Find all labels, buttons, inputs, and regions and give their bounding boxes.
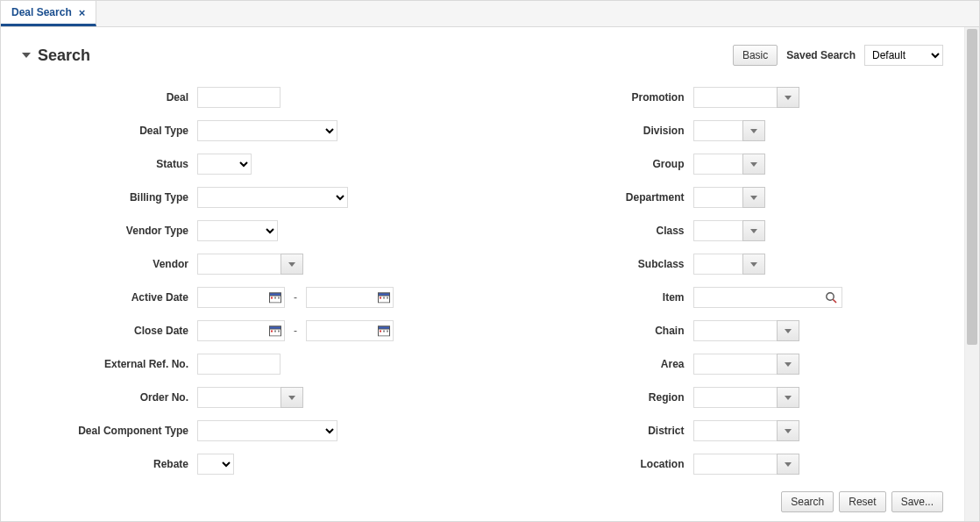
location-input[interactable] [693,454,777,475]
label-item: Item [509,291,693,304]
row-group: Group [509,154,944,175]
label-rebate: Rebate [22,458,197,470]
deal-component-type-select[interactable] [197,420,337,441]
active-date-from-wrap [197,287,285,308]
chevron-down-icon [750,262,757,267]
search-button[interactable]: Search [781,491,834,512]
svg-point-20 [826,293,833,300]
chain-input[interactable] [693,320,777,341]
svg-rect-13 [274,331,276,333]
row-order-no: Order No. [22,387,457,408]
item-input[interactable] [693,287,842,308]
division-combo [693,120,765,141]
order-no-lov-button[interactable] [281,387,303,408]
vendor-input[interactable] [197,254,281,275]
app-window: Deal Search × Search Basic Saved Search … [0,0,980,522]
subclass-lov-button[interactable] [742,254,765,275]
vendor-lov-button[interactable] [281,254,303,275]
district-input[interactable] [693,420,777,441]
order-no-input[interactable] [197,387,281,408]
promotion-combo [693,87,799,108]
label-class: Class [509,225,693,237]
department-input[interactable] [693,187,742,208]
region-lov-button[interactable] [777,387,799,408]
svg-rect-17 [380,331,381,333]
subclass-input[interactable] [693,254,742,275]
svg-rect-1 [270,293,281,296]
reset-button[interactable]: Reset [839,491,885,512]
label-status: Status [22,158,197,170]
department-lov-button[interactable] [742,187,765,208]
close-icon[interactable]: × [79,7,86,18]
row-location: Location [509,454,944,475]
search-icon[interactable] [825,291,837,304]
region-combo [693,387,799,408]
row-deal-type: Deal Type [22,120,457,141]
svg-rect-11 [270,326,281,329]
page-title: Search [38,46,90,65]
svg-rect-12 [271,331,273,333]
svg-rect-2 [271,297,273,299]
svg-rect-9 [387,297,388,299]
chain-lov-button[interactable] [777,320,799,341]
row-region: Region [509,387,944,408]
chevron-down-icon [750,196,757,200]
label-external-ref: External Ref. No. [22,358,197,370]
promotion-input[interactable] [693,87,777,108]
saved-search-select[interactable]: Default [864,45,943,66]
form-columns: Deal Deal Type Status Billing Type [22,87,943,475]
vendor-type-select[interactable] [197,220,278,241]
division-lov-button[interactable] [742,120,765,141]
label-vendor: Vendor [22,258,197,270]
scrollbar-thumb[interactable] [967,29,977,345]
row-chain: Chain [509,320,944,341]
label-location: Location [509,458,693,470]
calendar-icon[interactable] [378,325,390,337]
status-select[interactable] [197,154,252,175]
row-deal: Deal [22,87,457,108]
calendar-icon[interactable] [378,292,390,304]
form-column-left: Deal Deal Type Status Billing Type [22,87,457,475]
location-lov-button[interactable] [777,454,799,475]
external-ref-input[interactable] [197,354,281,375]
form-column-right: Promotion Division [509,87,944,475]
label-subclass: Subclass [509,258,693,270]
row-external-ref: External Ref. No. [22,354,457,375]
label-deal-component-type: Deal Component Type [22,425,197,437]
label-close-date: Close Date [22,325,197,337]
district-lov-button[interactable] [777,420,799,441]
svg-rect-4 [278,297,280,299]
chevron-down-icon [288,396,295,400]
group-input[interactable] [693,154,742,175]
area-lov-button[interactable] [777,354,799,375]
order-no-combo [197,387,303,408]
rebate-select[interactable] [197,454,234,475]
basic-button[interactable]: Basic [733,45,778,66]
save-button[interactable]: Save... [891,491,943,512]
header-right: Basic Saved Search Default [733,45,943,66]
chevron-down-icon [785,96,792,100]
division-input[interactable] [693,120,742,141]
chevron-down-icon [785,329,792,333]
vendor-combo [197,254,303,275]
area-input[interactable] [693,354,777,375]
region-input[interactable] [693,387,777,408]
calendar-icon[interactable] [269,292,281,304]
class-input[interactable] [693,220,742,241]
row-vendor: Vendor [22,254,457,275]
promotion-lov-button[interactable] [777,87,799,108]
row-division: Division [509,120,944,141]
tab-label: Deal Search [11,6,72,18]
deal-type-select[interactable] [197,120,337,141]
disclosure-triangle-icon[interactable] [22,53,31,58]
vertical-scrollbar[interactable] [964,27,979,521]
group-lov-button[interactable] [742,154,765,175]
calendar-icon[interactable] [269,325,281,337]
svg-rect-6 [379,293,390,296]
class-lov-button[interactable] [742,220,765,241]
deal-input[interactable] [197,87,281,108]
header-left: Search [22,46,90,65]
billing-type-select[interactable] [197,187,348,208]
label-area: Area [509,358,693,370]
tab-deal-search[interactable]: Deal Search × [1,1,96,26]
